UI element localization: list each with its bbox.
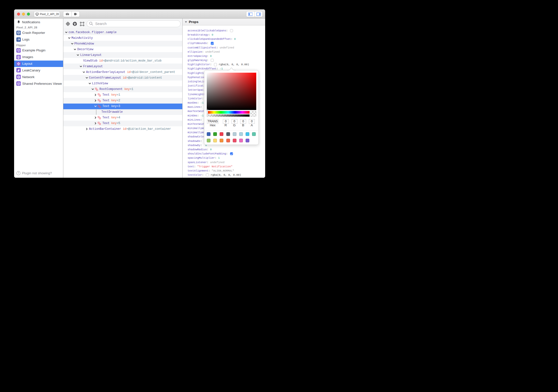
svg-text:?: ? [18, 172, 19, 174]
